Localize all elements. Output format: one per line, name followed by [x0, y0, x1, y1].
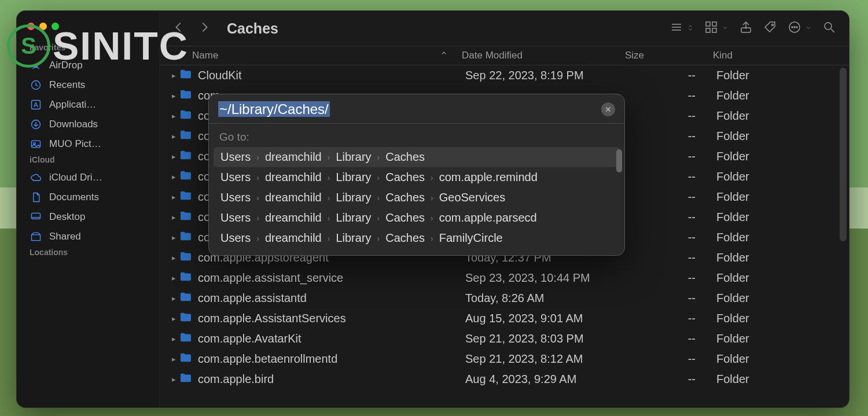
documents-icon: [30, 191, 42, 204]
disclosure-triangle-icon[interactable]: ▸: [160, 253, 176, 262]
disclosure-triangle-icon[interactable]: ▸: [160, 91, 176, 100]
scrollbar-thumb[interactable]: [840, 68, 847, 241]
sidebar-item-label: Shared: [49, 231, 81, 242]
sidebar-item-muopict[interactable]: MUO Pict…: [17, 134, 159, 154]
path-segment: Users: [220, 171, 251, 184]
file-size: --: [623, 271, 709, 285]
file-kind: Folder: [709, 332, 849, 345]
svg-point-19: [792, 27, 793, 28]
chevron-right-icon: ›: [377, 213, 380, 223]
file-date: Aug 15, 2023, 9:01 AM: [459, 312, 623, 325]
sidebar-section-label: Favorites: [17, 42, 159, 56]
search-button[interactable]: [822, 20, 836, 36]
path-segment: Caches: [385, 171, 425, 184]
file-kind: Folder: [709, 69, 849, 82]
folder-icon: [179, 312, 194, 325]
file-row[interactable]: ▸CloudKitSep 22, 2023, 8:19 PM--Folder: [160, 65, 849, 86]
file-row[interactable]: ▸com.apple.birdAug 4, 2023, 9:29 AM--Fol…: [160, 369, 849, 389]
column-date-modified[interactable]: Date Modified: [456, 50, 619, 61]
file-date: Aug 4, 2023, 9:29 AM: [459, 373, 623, 386]
disclosure-triangle-icon[interactable]: ▸: [160, 314, 176, 323]
chevron-right-icon: ›: [256, 173, 259, 182]
folder-icon: [179, 89, 194, 102]
sidebar-item-label: Applicati…: [49, 99, 96, 111]
disclosure-triangle-icon[interactable]: ▸: [160, 112, 176, 120]
disclosure-triangle-icon[interactable]: ▸: [160, 294, 176, 303]
sidebar-item-shared[interactable]: Shared: [17, 227, 159, 246]
disclosure-triangle-icon[interactable]: ▸: [160, 71, 176, 80]
disclosure-triangle-icon[interactable]: ▸: [160, 274, 176, 282]
group-by-button[interactable]: [704, 20, 729, 36]
column-size[interactable]: Size: [619, 50, 706, 61]
file-row[interactable]: ▸com.apple.AvatarKitSep 21, 2023, 8:03 P…: [160, 329, 849, 349]
close-window-button[interactable]: [27, 23, 35, 30]
desktop-icon: [30, 211, 42, 223]
tags-button[interactable]: [763, 20, 777, 36]
recents-icon: [30, 79, 42, 91]
disclosure-triangle-icon[interactable]: ▸: [160, 375, 176, 384]
folder-icon: [179, 170, 194, 183]
path-segment: dreamchild: [265, 171, 322, 184]
folder-icon: [179, 251, 194, 264]
back-button[interactable]: [172, 21, 185, 36]
svg-rect-12: [706, 22, 710, 26]
sidebar-item-documents[interactable]: Documents: [17, 187, 159, 207]
view-mode-button[interactable]: [670, 20, 694, 36]
file-kind: Folder: [709, 292, 849, 305]
go-to-suggestion[interactable]: Users›dreamchild›Library›Caches›GeoServi…: [214, 187, 620, 208]
scrollbar-thumb[interactable]: [616, 149, 622, 172]
path-segment: Library: [336, 211, 371, 224]
file-name: com.apple.assistantd: [198, 292, 459, 305]
file-kind: Folder: [709, 190, 849, 204]
disclosure-triangle-icon[interactable]: ▸: [160, 193, 176, 201]
sidebar-item-desktop[interactable]: Desktop: [17, 207, 159, 227]
minimize-window-button[interactable]: [39, 23, 47, 30]
file-kind: Folder: [709, 130, 849, 143]
sidebar-item-downloads[interactable]: Downloads: [17, 115, 159, 134]
go-to-suggestion[interactable]: Users›dreamchild›Library›Caches›com.appl…: [214, 208, 620, 228]
path-segment: Users: [220, 231, 251, 245]
sidebar-item-recents[interactable]: Recents: [17, 75, 159, 95]
disclosure-triangle-icon[interactable]: ▸: [160, 132, 176, 141]
share-button[interactable]: [739, 20, 753, 36]
chevron-right-icon: ›: [377, 193, 380, 203]
zoom-window-button[interactable]: [52, 23, 59, 30]
file-row[interactable]: ▸com.apple.assistant_serviceSep 23, 2023…: [160, 268, 849, 288]
disclosure-triangle-icon[interactable]: ▸: [160, 213, 176, 222]
sidebar-item-airdrop[interactable]: AirDrop: [17, 56, 159, 75]
path-segment: com.apple.remindd: [439, 171, 538, 184]
sidebar-item-label: iCloud Dri…: [49, 172, 102, 183]
go-to-suggestion[interactable]: Users›dreamchild›Library›Caches›com.appl…: [214, 167, 620, 187]
disclosure-triangle-icon[interactable]: ▸: [160, 172, 176, 181]
file-row[interactable]: ▸com.apple.betaenrollmentdSep 21, 2023, …: [160, 349, 849, 369]
file-size: --: [623, 211, 709, 224]
folder-icon: [179, 271, 194, 285]
path-segment: Users: [220, 150, 251, 164]
file-row[interactable]: ▸com.apple.AssistantServicesAug 15, 2023…: [160, 308, 849, 329]
column-kind[interactable]: Kind: [706, 50, 849, 61]
file-date: Sep 21, 2023, 8:03 PM: [459, 332, 623, 345]
disclosure-triangle-icon[interactable]: ▸: [160, 152, 176, 161]
disclosure-triangle-icon[interactable]: ▸: [160, 233, 176, 242]
disclosure-triangle-icon[interactable]: ▸: [160, 355, 176, 363]
go-to-suggestion[interactable]: Users›dreamchild›Library›Caches›FamilyCi…: [214, 228, 620, 248]
clear-input-button[interactable]: [601, 102, 615, 116]
file-row[interactable]: ▸com.apple.assistantdToday, 8:26 AM--Fol…: [160, 288, 849, 308]
go-to-suggestion[interactable]: Users›dreamchild›Library›Caches: [214, 147, 620, 167]
shared-icon: [30, 230, 42, 243]
file-kind: Folder: [709, 109, 849, 123]
chevron-right-icon: ›: [328, 153, 330, 162]
folder-icon: [179, 292, 194, 305]
sidebar-item-applications[interactable]: AApplicati…: [17, 95, 159, 115]
go-to-path-input[interactable]: ~/Library/Caches/: [218, 101, 601, 117]
svg-point-18: [789, 22, 800, 32]
sidebar-item-iclouddrive[interactable]: iCloud Dri…: [17, 168, 159, 187]
folder-icon: [179, 352, 194, 366]
column-name[interactable]: Name ⌃: [160, 50, 456, 62]
path-segment: com.apple.parsecd: [439, 211, 537, 224]
svg-rect-7: [32, 213, 41, 219]
forward-button[interactable]: [198, 21, 211, 36]
sidebar-item-label: Documents: [49, 192, 99, 203]
action-menu-button[interactable]: [788, 20, 812, 36]
disclosure-triangle-icon[interactable]: ▸: [160, 334, 176, 343]
